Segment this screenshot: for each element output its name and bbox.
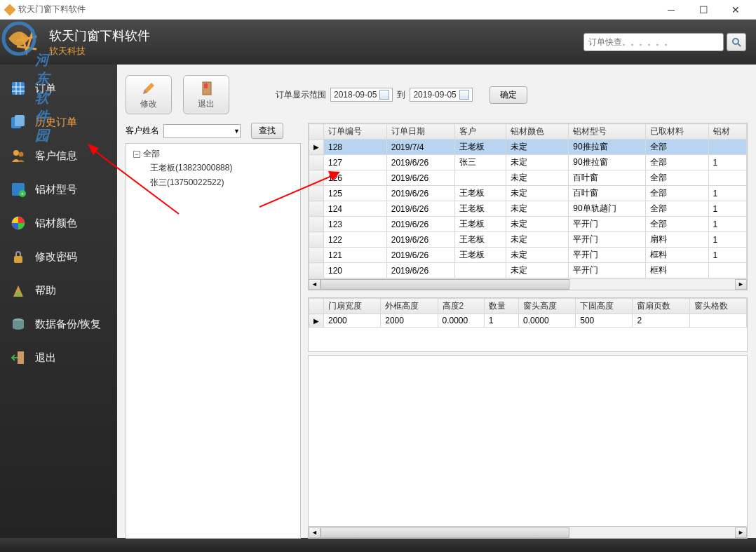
sidebar-item-exit[interactable]: 退出 (0, 341, 117, 375)
customer-name-dropdown[interactable]: ▼ (234, 128, 240, 135)
svg-rect-9 (15, 115, 25, 126)
sidebar-item-label: 铝材颜色 (35, 217, 77, 230)
sidebar-item-label: 历史订单 (35, 116, 77, 129)
svg-rect-16 (14, 256, 22, 263)
table-row[interactable]: 1252019/6/26王老板未定百叶窗全部1 (309, 186, 747, 201)
close-button[interactable]: ✕ (720, 0, 752, 20)
to-label: 到 (397, 89, 405, 101)
sidebar-item-label: 客户信息 (35, 149, 77, 163)
table-row[interactable]: ▶1282019/7/4王老板未定90推拉窗全部 (309, 140, 747, 155)
header: 软天门窗下料软件 软天科技 (0, 20, 756, 65)
exit-button-label: 退出 (198, 98, 215, 110)
help-icon (8, 282, 28, 299)
app-title: 软天门窗下料软件 (49, 27, 150, 44)
orders-scrollbar[interactable]: ◄ ► (308, 278, 748, 290)
svg-text:+: + (21, 191, 25, 197)
sidebar-item-label: 订单 (35, 82, 56, 95)
window-title: 软天门窗下料软件 (18, 4, 86, 15)
detail-row[interactable]: ▶ 2000 2000 0.0000 1 0.0000 500 2 (309, 314, 747, 328)
scroll-right-icon[interactable]: ► (735, 527, 747, 538)
sidebar-item-history-orders[interactable]: 历史订单 (0, 105, 117, 139)
history-icon (8, 114, 28, 130)
customer-name-input[interactable] (163, 124, 241, 138)
svg-rect-3 (12, 82, 25, 95)
annotation-arrow (259, 168, 344, 213)
main-content: 修改 退出 订单显示范围 2018-09-05 到 2019-09-05 确定 … (117, 65, 756, 538)
table-row[interactable]: 1242019/6/26王老板未定90单轨趟门全部1 (309, 201, 747, 217)
sidebar-item-label: 退出 (35, 351, 56, 365)
range-label: 订单显示范围 (276, 89, 326, 101)
svg-rect-19 (18, 351, 24, 364)
search-icon (731, 37, 741, 47)
sidebar-item-backup[interactable]: 数据备份/恢复 (0, 307, 117, 341)
detail-scrollbar[interactable]: ◄ ► (308, 527, 748, 539)
color-icon (8, 215, 28, 231)
sidebar-item-help[interactable]: 帮助 (0, 274, 117, 307)
orders-grid[interactable]: 订单编号 订单日期 客户 铝材颜色 铝材型号 已取材料 铝材 ▶1282019/… (308, 123, 748, 278)
sidebar: 订单 历史订单 客户信息 + 铝材型号 铝材颜色 修改密码 帮助 数据备份/恢复 (0, 65, 117, 538)
table-row[interactable]: 1212019/6/26王老板未定平开门框料1 (309, 248, 747, 263)
detail-grid[interactable]: 门扇宽度 外框高度 高度2 数量 窗头高度 下固高度 窗扇页数 窗头格数 ▶ 2… (308, 297, 748, 352)
order-quick-search-input[interactable] (583, 33, 724, 51)
confirm-button[interactable]: 确定 (490, 86, 527, 104)
table-row[interactable]: 1262019/6/26未定百叶窗全部 (309, 170, 747, 186)
scroll-right-icon[interactable]: ► (735, 279, 747, 290)
detail-empty-area (308, 355, 748, 527)
footer (0, 538, 756, 552)
edit-button-label: 修改 (140, 98, 157, 110)
table-row[interactable]: 1202019/6/26未定平开门框料 (309, 263, 747, 278)
svg-rect-21 (204, 83, 208, 88)
app-icon (4, 4, 15, 15)
sidebar-item-label: 铝材型号 (35, 183, 77, 196)
sidebar-item-label: 数据备份/恢复 (35, 318, 101, 331)
svg-rect-17 (16, 292, 20, 297)
grid-icon (8, 80, 28, 97)
calendar-dropdown-icon[interactable] (379, 90, 389, 100)
date-from-input[interactable]: 2018-09-05 (330, 88, 393, 102)
annotation-arrow (88, 144, 186, 224)
sidebar-item-label: 帮助 (35, 284, 56, 297)
table-row[interactable]: 1232019/6/26王老板未定平开门全部1 (309, 217, 747, 232)
door-exit-icon (198, 80, 215, 97)
minimize-button[interactable]: ─ (655, 0, 687, 20)
svg-point-10 (13, 150, 19, 156)
date-to-input[interactable]: 2019-09-05 (410, 88, 472, 102)
titlebar: 软天门窗下料软件 ─ ☐ ✕ (0, 0, 756, 20)
edit-button[interactable]: 修改 (126, 75, 172, 114)
exit-button[interactable]: 退出 (183, 75, 229, 114)
find-button[interactable]: 查找 (251, 123, 283, 139)
scroll-left-icon[interactable]: ◄ (309, 527, 320, 538)
maximize-button[interactable]: ☐ (687, 0, 720, 20)
scroll-left-icon[interactable]: ◄ (309, 279, 320, 290)
sidebar-item-label: 修改密码 (35, 250, 77, 264)
svg-line-2 (738, 43, 741, 46)
backup-icon (8, 316, 28, 332)
app-logo (10, 25, 43, 59)
sidebar-item-change-password[interactable]: 修改密码 (0, 240, 117, 274)
exit-icon (8, 349, 28, 366)
toolbar: 修改 退出 订单显示范围 2018-09-05 到 2019-09-05 确定 (126, 75, 748, 114)
people-icon (8, 147, 28, 164)
app-subtitle: 软天科技 (49, 45, 150, 58)
svg-point-1 (733, 39, 738, 44)
svg-line-25 (259, 175, 333, 207)
svg-point-11 (19, 152, 24, 157)
svg-rect-0 (4, 4, 15, 15)
table-row[interactable]: 1222019/6/26王老板未定平开门扇料1 (309, 232, 747, 248)
search-button[interactable] (727, 33, 746, 51)
sidebar-item-orders[interactable]: 订单 (0, 72, 117, 105)
table-row[interactable]: 1272019/6/26张三未定90推拉窗全部1 (309, 155, 747, 170)
calendar-dropdown-icon[interactable] (459, 90, 469, 100)
customer-name-label: 客户姓名 (126, 125, 159, 137)
svg-line-23 (95, 151, 179, 214)
material-icon: + (8, 181, 28, 198)
lock-icon (8, 248, 28, 265)
pencil-icon (140, 80, 157, 97)
